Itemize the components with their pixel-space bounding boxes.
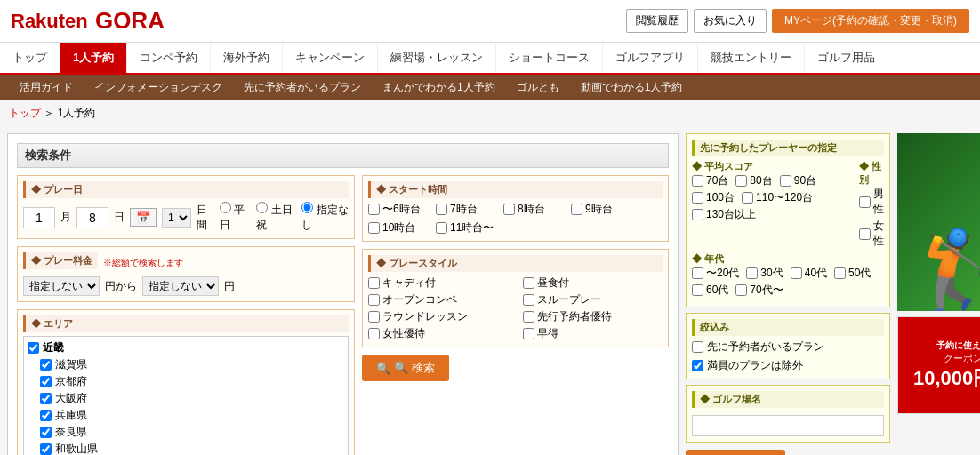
female-checkbox[interactable] [859,228,871,240]
female-label[interactable]: 女性 [859,219,884,249]
exclude-full-label[interactable]: 満員のプランは除外 [692,358,884,373]
sub-nav-item-動画でわかる1人予約[interactable]: 動画でわかる1人予約 [570,75,694,100]
male-label[interactable]: 男性 [859,187,884,217]
round-lesson-label[interactable]: ラウンドレッスン [368,309,509,324]
any-radio-label[interactable]: 指定なし [301,202,349,233]
main-nav-item-キャンペーン[interactable]: キャンペーン [283,43,378,73]
time-8-checkbox[interactable] [503,204,515,215]
right-search-button[interactable]: 🔍 🔍 検索 [686,450,785,455]
main-nav-item-1人予約[interactable]: 1人予約 [60,43,127,73]
weekend-radio[interactable] [256,202,268,213]
through-label[interactable]: スループレー [523,292,663,307]
time-9-checkbox[interactable] [571,204,582,215]
calendar-icon[interactable]: 📅 [130,208,157,227]
area-shiga-checkbox[interactable] [40,359,52,371]
time-7-label[interactable]: 7時台 [436,202,489,217]
day-count-select[interactable]: 123 [162,208,191,228]
has-booking-label[interactable]: 先に予約者がいるプラン [692,339,884,355]
score-130-label[interactable]: 130台以上 [692,207,756,222]
advance-checkbox[interactable] [523,311,534,323]
lunch-label[interactable]: 昼食付 [523,275,663,291]
area-nara-checkbox[interactable] [40,427,52,438]
sub-nav-item-活用ガイド[interactable]: 活用ガイド [9,75,84,100]
age-50-checkbox[interactable] [834,267,846,279]
my-page-button[interactable]: MYページ(予約の確認・変更・取消) [772,9,969,33]
score-90-label[interactable]: 90台 [780,173,816,188]
advance-label[interactable]: 先行予約者優待 [523,309,663,324]
time-6-label[interactable]: 〜6時台 [368,202,422,217]
hayatoku-checkbox[interactable] [523,328,534,339]
sub-nav-item-ゴルとも[interactable]: ゴルとも [506,75,570,100]
main-nav-item-海外予約[interactable]: 海外予約 [211,43,283,73]
age-50-label[interactable]: 50代 [834,266,871,281]
main-nav-item-ショートコース[interactable]: ショートコース [496,43,603,73]
age-20-label[interactable]: 〜20代 [692,266,739,281]
score-90-checkbox[interactable] [780,175,791,187]
exclude-full-checkbox[interactable] [692,360,703,371]
month-input[interactable] [23,207,55,228]
score-100-label[interactable]: 100台 [692,190,735,205]
area-kinki-checkbox[interactable] [28,342,39,354]
main-nav-item-ゴルフ用品[interactable]: ゴルフ用品 [805,43,888,73]
sub-nav-item-まんがでわかる1人予約[interactable]: まんがでわかる1人予約 [372,75,506,100]
time-7-checkbox[interactable] [436,204,447,215]
fee-to-select[interactable]: 指定しない5,000円10,000円 [142,276,219,296]
male-checkbox[interactable] [859,196,871,208]
area-hyogo-checkbox[interactable] [40,410,52,421]
open-compe-label[interactable]: オープンコンペ [368,292,509,307]
time-10-checkbox[interactable] [368,222,380,234]
main-nav-item-トップ[interactable]: トップ [0,43,60,73]
age-60-checkbox[interactable] [692,284,703,296]
weekday-radio-label[interactable]: 平日 [220,202,249,233]
main-nav-item-競技エントリー[interactable]: 競技エントリー [698,43,805,73]
through-checkbox[interactable] [523,294,534,306]
fee-from-select[interactable]: 指定しない5,000円10,000円 [23,276,100,296]
score-110-label[interactable]: 110〜120台 [742,190,813,205]
any-radio[interactable] [301,202,313,213]
lunch-checkbox[interactable] [523,277,534,289]
has-booking-checkbox[interactable] [692,341,703,353]
left-search-button[interactable]: 🔍 🔍 検索 [362,355,449,381]
age-60-label[interactable]: 60代 [692,283,728,298]
time-9-label[interactable]: 9時台 [571,202,624,217]
weekend-radio-label[interactable]: 土日祝 [256,202,294,233]
area-wakayama-checkbox[interactable] [40,443,52,455]
history-button[interactable]: 閲覧履歴 [626,9,688,33]
score-80-checkbox[interactable] [735,175,747,187]
main-nav-item-ゴルフアプリ[interactable]: ゴルフアプリ [603,43,698,73]
ad-banner2[interactable]: 予約に使える クーポン 10,000円分 + 毎月進呈！ クーポン 500円分 [897,316,980,414]
score-70-label[interactable]: 70台 [692,173,728,188]
time-10-label[interactable]: 10時台 [368,220,422,235]
day-input[interactable] [76,207,108,228]
score-130-checkbox[interactable] [692,209,703,220]
weekday-radio[interactable] [220,202,231,213]
main-nav-item-コンペ予約[interactable]: コンペ予約 [127,43,211,73]
ladies-label[interactable]: 女性優待 [368,326,509,341]
ad-banner1[interactable]: 🏌 プレースタイル提案／ 1人予約で ゴルフを 存分に楽しむ！ [897,133,980,311]
age-20-checkbox[interactable] [692,267,703,279]
hayatoku-label[interactable]: 早得 [523,326,663,341]
age-70-checkbox[interactable] [735,284,747,296]
score-100-checkbox[interactable] [692,192,703,204]
score-110-checkbox[interactable] [742,192,753,204]
time-6-checkbox[interactable] [368,204,380,215]
area-list[interactable]: 近畿 滋賀県 京都府 大阪府 [23,336,349,455]
age-40-checkbox[interactable] [791,267,802,279]
sub-nav-item-先に予約者がいるプラン[interactable]: 先に予約者がいるプラン [233,75,372,100]
caddie-label[interactable]: キャディ付 [368,275,509,291]
score-70-checkbox[interactable] [692,175,703,187]
sub-nav-item-インフォメーションデスク[interactable]: インフォメーションデスク [84,75,233,100]
golf-name-input[interactable] [692,415,884,436]
breadcrumb-top[interactable]: トップ [9,107,41,119]
time-8-label[interactable]: 8時台 [503,202,557,217]
age-70-label[interactable]: 70代〜 [735,283,783,298]
round-lesson-checkbox[interactable] [368,311,380,323]
age-40-label[interactable]: 40代 [791,266,827,281]
open-compe-checkbox[interactable] [368,294,380,306]
time-11-label[interactable]: 11時台〜 [436,220,494,235]
ladies-checkbox[interactable] [368,328,380,339]
age-30-checkbox[interactable] [746,267,758,279]
time-11-checkbox[interactable] [436,222,447,234]
caddie-checkbox[interactable] [368,277,380,289]
score-80-label[interactable]: 80台 [735,173,772,188]
